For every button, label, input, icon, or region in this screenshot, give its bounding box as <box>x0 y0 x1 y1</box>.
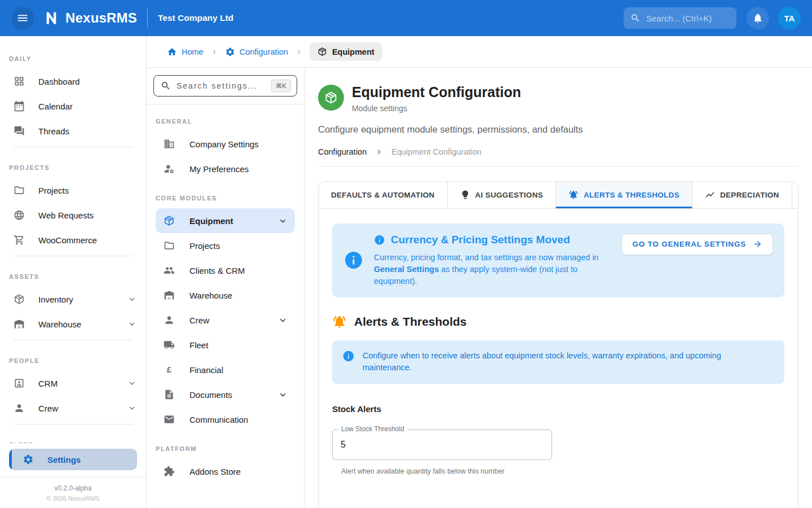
settings-item-label: Clients & CRM <box>189 266 245 275</box>
tab-label: AI SUGGESTIONS <box>475 191 543 199</box>
menu-button[interactable] <box>11 7 34 29</box>
gear-icon <box>225 47 235 57</box>
arrow-right-icon <box>753 239 762 249</box>
sidebar-item-inventory[interactable]: Inventory <box>0 287 146 312</box>
settings-item-communication[interactable]: Communication <box>156 407 295 432</box>
truck-icon <box>164 339 175 351</box>
sidebar-item-crew[interactable]: Crew <box>0 396 146 421</box>
go-to-general-settings-button[interactable]: GO TO GENERAL SETTINGS <box>621 234 773 255</box>
contact-card-icon <box>14 378 25 389</box>
settings-item-fleet[interactable]: Fleet <box>156 332 295 357</box>
settings-item-label: Documents <box>189 390 232 400</box>
settings-item-clients-crm[interactable]: Clients & CRM <box>156 258 295 283</box>
sidebar-item-calendar[interactable]: Calendar <box>0 94 146 119</box>
settings-item-crew[interactable]: Crew <box>156 308 295 332</box>
settings-item-label: Warehouse <box>189 291 232 300</box>
ringing-bell-icon <box>332 314 347 329</box>
building-icon <box>164 138 175 150</box>
sidebar-item-dashboard[interactable]: Dashboard <box>0 69 146 94</box>
top-bar: NexusRMS Test Company Ltd TA <box>0 0 812 36</box>
config-breadcrumb-current: Equipment Configuration <box>391 147 482 156</box>
sidebar-item-settings[interactable]: Settings <box>9 449 137 470</box>
settings-item-company-settings[interactable]: Company Settings <box>156 132 295 156</box>
lightbulb-icon <box>460 190 470 200</box>
app: NexusRMS Test Company Ltd TA DAILY Dashb… <box>0 0 812 508</box>
chevron-down-icon <box>277 389 288 400</box>
settings-item-my-preferences[interactable]: My Preferences <box>156 156 295 181</box>
banner-body: Currency, pricing format, and tax settin… <box>374 252 611 287</box>
breadcrumb-home[interactable]: Home <box>167 47 204 57</box>
sidebar-item-label: WooCommerce <box>38 235 97 245</box>
trend-icon <box>705 190 715 200</box>
alerts-info-box: Configure when to receive alerts about e… <box>332 340 784 384</box>
avatar[interactable]: TA <box>778 7 801 29</box>
settings-item-label: Projects <box>189 241 220 251</box>
sidebar-item-label: Threads <box>38 126 69 136</box>
person-icon <box>164 314 175 326</box>
tab-label: DEFAULTS & AUTOMATION <box>331 191 435 199</box>
warehouse-icon <box>164 290 175 301</box>
tab-ai-suggestions[interactable]: AI SUGGESTIONS <box>448 182 556 208</box>
page-header: Equipment Configuration Module settings <box>318 85 798 113</box>
nexusrms-logo-icon <box>43 10 60 27</box>
settings-item-label: Company Settings <box>189 139 259 149</box>
sidebar-item-label: Projects <box>38 186 69 195</box>
currency-moved-banner: Currency & Pricing Settings Moved Curren… <box>332 224 784 297</box>
info-icon <box>374 234 385 246</box>
equipment-module-icon <box>318 85 344 111</box>
sidebar-item-projects[interactable]: Projects <box>0 178 146 203</box>
settings-section-general: GENERAL <box>147 104 304 132</box>
breadcrumb-equipment-chip[interactable]: Equipment <box>310 42 382 61</box>
brand[interactable]: NexusRMS <box>43 10 137 27</box>
pound-icon <box>164 364 175 375</box>
box-icon <box>14 294 25 305</box>
settings-item-documents[interactable]: Documents <box>156 382 295 407</box>
sidebar-item-crm[interactable]: CRM <box>0 371 146 396</box>
config-breadcrumb-parent[interactable]: Configuration <box>318 147 367 156</box>
sidebar-item-web-requests[interactable]: Web Requests <box>0 203 146 227</box>
settings-item-warehouse[interactable]: Warehouse <box>156 283 295 308</box>
chevron-down-icon <box>277 315 288 326</box>
brand-name: NexusRMS <box>65 10 137 26</box>
sidebar-section-people: PEOPLE <box>0 344 146 371</box>
settings-search[interactable]: ⌘K <box>153 75 297 97</box>
global-search-input[interactable] <box>646 14 725 23</box>
banner-body-text: Currency, pricing format, and tax settin… <box>374 253 599 262</box>
sidebar-item-warehouse[interactable]: Warehouse <box>0 312 146 336</box>
page-subtitle: Module settings <box>352 104 521 113</box>
sidebar-item-woocommerce[interactable]: WooCommerce <box>0 227 146 252</box>
tab-defaults-automation[interactable]: DEFAULTS & AUTOMATION <box>319 182 448 208</box>
dashboard-icon <box>14 76 25 87</box>
breadcrumb: Home Configuration Equipment <box>147 36 812 68</box>
settings-item-projects[interactable]: Projects <box>156 233 295 258</box>
settings-section-core-modules: CORE MODULES <box>147 181 304 208</box>
tab-alerts-thresholds[interactable]: ALERTS & THRESHOLDS <box>556 182 692 208</box>
settings-item-financial[interactable]: Financial <box>156 357 295 382</box>
sidebar-divider <box>14 424 133 424</box>
notifications-button[interactable] <box>747 7 769 29</box>
tab-depreciation[interactable]: DEPRECIATION <box>692 182 792 208</box>
version-label: v0.2.0-alpha <box>0 484 146 492</box>
sidebar-item-label: Calendar <box>38 102 73 111</box>
breadcrumb-configuration[interactable]: Configuration <box>225 47 288 57</box>
puzzle-icon <box>164 466 175 477</box>
breadcrumb-home-label: Home <box>182 47 204 56</box>
chevron-down-icon <box>127 319 137 329</box>
settings-search-input[interactable] <box>176 81 266 90</box>
sidebar-item-label: Warehouse <box>38 319 81 329</box>
sidebar-section-assets: ASSETS <box>0 260 146 287</box>
sidebar-item-label: Inventory <box>38 295 73 304</box>
global-search[interactable] <box>624 7 736 29</box>
sidebar-footer: Settings v0.2.0-alpha © 2026 NexusRMS <box>0 443 146 508</box>
low-stock-threshold-input[interactable] <box>341 440 544 450</box>
search-icon <box>161 81 171 91</box>
settings-item-addons-store[interactable]: Addons Store <box>156 459 295 484</box>
chevron-down-icon <box>127 294 137 304</box>
group-icon <box>164 265 175 276</box>
tab-label: ALERTS & THRESHOLDS <box>584 191 679 199</box>
gear-icon <box>23 454 34 465</box>
settings-item-equipment[interactable]: Equipment <box>156 208 295 233</box>
alerts-panel: Currency & Pricing Settings Moved Curren… <box>319 209 798 508</box>
sidebar-item-threads[interactable]: Threads <box>0 119 146 143</box>
sidebar-divider <box>14 340 133 340</box>
